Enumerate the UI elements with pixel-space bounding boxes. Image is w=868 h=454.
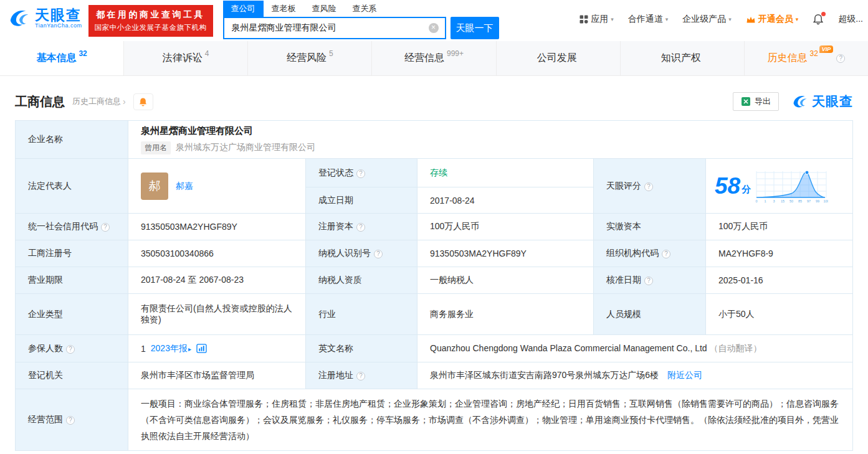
- auto-translate-note: （自动翻译）: [710, 343, 762, 353]
- taxpayer-quality: 一般纳税人: [417, 267, 594, 294]
- label-business-term: 营业期限: [16, 267, 128, 294]
- svg-text:100: 100: [824, 199, 829, 203]
- search-tab-relation[interactable]: 查关系: [345, 1, 385, 17]
- search-button[interactable]: 天眼一下: [451, 17, 499, 39]
- nearby-companies-link[interactable]: 附近公司: [667, 370, 702, 380]
- reg-capital: 100万人民币: [417, 214, 594, 240]
- notification-dot: [821, 12, 826, 16]
- search-tab-risk[interactable]: 查风险: [304, 1, 345, 17]
- annual-report-chart-icon[interactable]: [196, 344, 207, 353]
- nav-enterprise-products[interactable]: 企业级产品 ▾: [682, 14, 732, 25]
- caret-down-icon: ▾: [796, 16, 799, 22]
- slogan-line1: 都在用的商业查询工具: [95, 9, 207, 21]
- help-icon[interactable]: ?: [662, 250, 670, 258]
- tianyan-score[interactable]: 58 分: [715, 169, 849, 204]
- taxpayer-id: 91350503MA2YHGF89Y: [417, 240, 594, 267]
- reg-address: 泉州市丰泽区城东街道安吉南路970号泉州城东万达广场6楼: [430, 370, 659, 380]
- history-business-info-link[interactable]: 历史工商信息 ›: [72, 96, 126, 107]
- help-icon[interactable]: ?: [356, 169, 365, 178]
- label-company-name: 企业名称: [16, 121, 128, 159]
- label-business-scope: 经营范围?: [16, 389, 128, 451]
- score-unit: 分: [742, 184, 751, 196]
- label-reg-capital: 注册资本?: [306, 214, 417, 240]
- svg-text:3: 3: [773, 199, 775, 203]
- tianyancha-logo[interactable]: 天眼查 TianYanCha.com: [7, 6, 82, 30]
- label-credit-code: 统一社会信用代码?: [16, 214, 128, 240]
- tab-legal-litigation[interactable]: 法律诉讼4: [124, 41, 248, 75]
- clear-icon[interactable]: ×: [429, 23, 439, 33]
- reg-number: 350503100340866: [128, 240, 306, 267]
- label-insured-count: 参保人数?: [16, 335, 128, 362]
- help-icon[interactable]: ?: [356, 372, 365, 381]
- label-taxpayer-quality: 纳税人资质: [306, 267, 417, 294]
- legal-rep-avatar[interactable]: 郝: [141, 173, 168, 200]
- tab-operation-risk[interactable]: 经营风险5: [248, 41, 372, 75]
- label-taxpayer-id: 纳税人识别号?: [306, 240, 417, 267]
- svg-text:85: 85: [798, 199, 802, 203]
- crown-icon: [746, 16, 756, 24]
- tianyancha-logo-icon: [7, 6, 31, 30]
- label-paid-capital: 实缴资本: [594, 214, 706, 240]
- export-button[interactable]: 导出: [733, 92, 779, 111]
- nav-partner[interactable]: 合作通道 ▾: [628, 14, 669, 25]
- label-legal-rep: 法定代表人: [16, 159, 128, 214]
- help-icon[interactable]: ?: [644, 277, 653, 285]
- svg-text:0: 0: [756, 199, 758, 203]
- slogan-badge: 都在用的商业查询工具 国家中小企业发展子基金旗下机构: [88, 5, 213, 37]
- section-head: 工商信息 历史工商信息 › 导出: [15, 91, 853, 112]
- top-header: 天眼查 TianYanCha.com 都在用的商业查询工具 国家中小企业发展子基…: [0, 0, 868, 41]
- former-name-tag: 曾用名: [141, 141, 171, 154]
- nav-open-vip[interactable]: 开通会员 ▾: [746, 14, 799, 25]
- nav-apps[interactable]: 应用 ▾: [579, 14, 614, 25]
- help-icon[interactable]: ?: [644, 182, 653, 191]
- label-approval-date: 核准日期?: [594, 267, 706, 294]
- credit-code: 91350503MA2YHGF89Y: [128, 214, 306, 240]
- label-reg-address: 注册地址?: [306, 362, 417, 389]
- caret-down-icon: ▾: [611, 16, 614, 22]
- tab-business-info[interactable]: 经营信息999+: [372, 41, 496, 75]
- bell-icon: [138, 97, 148, 106]
- search-block: 查公司 查老板 查风险 查关系 × 天眼一下: [223, 1, 499, 39]
- approval-date: 2025-01-16: [706, 267, 853, 294]
- legal-rep-link[interactable]: 郝嘉: [176, 181, 193, 192]
- score-curve-chart: 0 1 3 15 50 85 97 99 100: [755, 169, 828, 204]
- main-content: 工商信息 历史工商信息 › 导出: [0, 91, 868, 451]
- company-section-tabs: 基本信息32 法律诉讼4 经营风险5 经营信息999+ 公司发展 知识产权 历史…: [0, 41, 868, 76]
- notification-bell[interactable]: [813, 14, 824, 25]
- label-reg-number: 工商注册号: [16, 240, 128, 267]
- section-title: 工商信息: [15, 93, 65, 110]
- help-icon[interactable]: ?: [66, 416, 75, 425]
- search-input-wrap: ×: [223, 17, 446, 39]
- tab-company-development[interactable]: 公司发展: [497, 41, 621, 75]
- slogan-line2: 国家中小企业发展子基金旗下机构: [95, 23, 207, 32]
- business-scope: 一般项目：商业综合体管理服务；住房租赁；非居住房地产租赁；企业形象策划；企业管理…: [128, 389, 853, 451]
- help-icon[interactable]: ?: [101, 223, 110, 232]
- help-icon[interactable]: ?: [374, 250, 383, 258]
- score-value: 58: [715, 174, 740, 197]
- svg-text:1: 1: [765, 199, 766, 203]
- search-input[interactable]: [224, 23, 429, 33]
- help-icon[interactable]: ?: [66, 345, 75, 354]
- search-tab-boss[interactable]: 查老板: [264, 1, 304, 17]
- company-name: 泉州星熠商业管理有限公司: [141, 125, 844, 137]
- help-icon[interactable]: ?: [836, 54, 845, 63]
- company-type: 有限责任公司(自然人投资或控股的法人独资): [128, 294, 306, 335]
- tab-intellectual-property[interactable]: 知识产权: [621, 41, 745, 75]
- svg-text:15: 15: [781, 199, 785, 203]
- tab-basic-info[interactable]: 基本信息32: [0, 41, 124, 75]
- reg-status-value: 存续: [430, 168, 447, 177]
- tab-history-info[interactable]: 历史信息32 VIP ?: [745, 41, 868, 75]
- app-grid-icon: [579, 15, 588, 24]
- label-staff-size: 人员规模: [594, 294, 706, 335]
- label-industry: 行业: [306, 294, 417, 335]
- label-reg-authority: 登记机关: [16, 362, 128, 389]
- label-reg-status: 登记状态?: [306, 159, 417, 187]
- caret-down-icon: ▾: [728, 16, 732, 22]
- industry: 商务服务业: [417, 294, 594, 335]
- subscribe-bell-button[interactable]: [133, 93, 153, 110]
- search-tab-company[interactable]: 查公司: [223, 1, 264, 17]
- english-name: Quanzhou Chengdong Wanda Plaza Commercia…: [430, 343, 707, 353]
- nav-super[interactable]: 超级...: [838, 14, 863, 25]
- help-icon[interactable]: ?: [356, 223, 365, 232]
- annual-report-link[interactable]: 2023年报▸: [151, 343, 191, 354]
